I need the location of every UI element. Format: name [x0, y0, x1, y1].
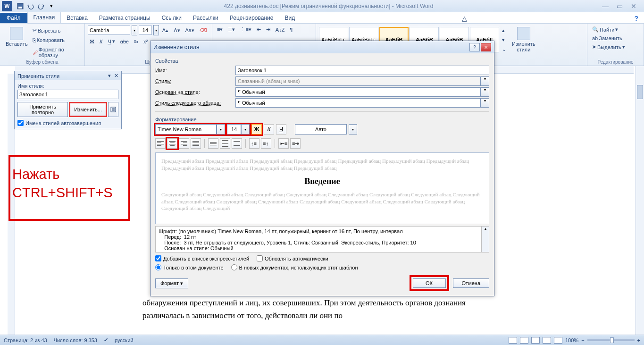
- based-combo[interactable]: [235, 87, 481, 97]
- styles-expand[interactable]: ⌄: [500, 45, 508, 54]
- qat-dropdown-icon[interactable]: ▾: [47, 2, 56, 10]
- view-print-layout[interactable]: [509, 337, 517, 344]
- font-size-combo[interactable]: [139, 25, 152, 35]
- increase-indent-icon[interactable]: ⇥: [264, 25, 272, 34]
- underline-button[interactable]: Ч▾: [106, 37, 117, 46]
- maximize-button[interactable]: ▭: [616, 2, 623, 10]
- align-center-button[interactable]: [167, 138, 177, 149]
- status-words[interactable]: Число слов: 9 353: [54, 337, 97, 343]
- clear-formatting-icon[interactable]: ⌫: [198, 26, 209, 35]
- scrollbar-thumb[interactable]: [637, 85, 643, 99]
- new-docs-radio[interactable]: [231, 264, 237, 270]
- numbering-icon[interactable]: ≣▾: [226, 25, 237, 34]
- spacing-2-button[interactable]: [232, 138, 242, 149]
- zoom-percent[interactable]: 100%: [565, 337, 578, 343]
- styles-pane-button[interactable]: [108, 102, 118, 117]
- strike-button[interactable]: abc: [118, 37, 131, 46]
- modify-button[interactable]: Изменить...: [69, 102, 107, 117]
- zoom-slider[interactable]: [587, 339, 635, 341]
- reapply-button[interactable]: Применить повторно: [17, 102, 68, 117]
- redo-icon[interactable]: [37, 2, 45, 10]
- vertical-scrollbar[interactable]: [636, 66, 644, 335]
- only-doc-radio[interactable]: [155, 264, 161, 270]
- next-combo[interactable]: [235, 98, 481, 108]
- indent-dec-button[interactable]: ⇤≡: [278, 138, 289, 149]
- bullets-icon[interactable]: ≡▾: [215, 25, 225, 34]
- subscript-button[interactable]: x₂: [132, 37, 141, 46]
- select-button[interactable]: ➤Выделить ▾: [590, 42, 641, 51]
- view-web[interactable]: [531, 337, 540, 344]
- tab-mailings[interactable]: Рассылки: [187, 13, 224, 23]
- italic-button[interactable]: К: [98, 37, 104, 46]
- dlg-bold-button[interactable]: Ж: [251, 124, 262, 135]
- desc-scrollbar[interactable]: ▴: [481, 227, 489, 252]
- show-marks-icon[interactable]: ¶: [288, 25, 294, 34]
- spacing-1-button[interactable]: [208, 138, 218, 149]
- align-left-button[interactable]: [155, 138, 166, 149]
- superscript-button[interactable]: x²: [142, 37, 150, 46]
- bold-button[interactable]: Ж: [88, 37, 96, 46]
- dlg-italic-button[interactable]: К: [264, 124, 274, 135]
- decrease-indent-icon[interactable]: ⇤: [255, 25, 263, 34]
- dialog-close-button[interactable]: ✕: [481, 43, 491, 51]
- dialog-help-button[interactable]: ?: [469, 43, 480, 51]
- name-input[interactable]: [235, 66, 489, 75]
- cancel-button[interactable]: Отмена: [453, 278, 489, 288]
- spacing-15-button[interactable]: [220, 138, 230, 149]
- grow-font-icon[interactable]: A▴: [160, 26, 170, 35]
- font-size-dropdown[interactable]: ▾: [153, 25, 159, 35]
- view-outline[interactable]: [543, 337, 551, 344]
- space-before-dec-button[interactable]: ≡↕: [261, 138, 271, 149]
- tab-file[interactable]: Файл: [0, 13, 27, 23]
- change-case-icon[interactable]: Aa▾: [184, 26, 196, 35]
- autocomplete-checkbox[interactable]: [17, 120, 24, 126]
- status-language[interactable]: русский: [115, 337, 133, 343]
- dlg-font-dropdown[interactable]: ▾: [217, 124, 225, 135]
- save-icon[interactable]: [16, 2, 25, 10]
- dlg-size-combo[interactable]: [227, 124, 241, 135]
- replace-button[interactable]: abЗаменить: [590, 34, 641, 42]
- minimize-button[interactable]: —: [602, 2, 609, 10]
- font-name-combo[interactable]: [88, 25, 130, 35]
- view-draft[interactable]: [554, 337, 562, 344]
- font-name-dropdown[interactable]: ▾: [132, 25, 137, 35]
- apply-styles-header[interactable]: Применить стили ▾ ✕: [15, 71, 121, 80]
- next-dropdown[interactable]: ▾: [481, 98, 489, 108]
- dlg-color-combo[interactable]: Авто: [295, 124, 347, 135]
- sort-icon[interactable]: A↓Z: [274, 25, 287, 34]
- dlg-size-dropdown[interactable]: ▾: [241, 124, 250, 135]
- document-text[interactable]: обнаружения преступлений и лиц, их совер…: [142, 296, 486, 328]
- view-fullscreen[interactable]: [520, 337, 528, 344]
- dlg-color-dropdown[interactable]: ▾: [349, 124, 357, 135]
- change-styles-button[interactable]: Изменить стили: [509, 25, 538, 54]
- close-button[interactable]: ✕: [630, 2, 637, 10]
- tab-layout[interactable]: Разметка страницы: [93, 13, 156, 23]
- style-name-combo[interactable]: [17, 90, 118, 99]
- pane-close-icon[interactable]: ✕: [114, 73, 118, 79]
- align-right-button[interactable]: [179, 138, 189, 149]
- align-justify-button[interactable]: [191, 138, 201, 149]
- shrink-font-icon[interactable]: A▾: [172, 26, 182, 35]
- zoom-thumb[interactable]: [610, 337, 614, 343]
- find-button[interactable]: 🔍Найти ▾: [590, 25, 641, 34]
- tab-home[interactable]: Главная: [27, 12, 61, 23]
- space-before-inc-button[interactable]: ↕≡: [249, 138, 259, 149]
- dialog-titlebar[interactable]: Изменение стиля ? ✕: [151, 41, 494, 53]
- cut-button[interactable]: ✂Вырезать: [31, 26, 82, 35]
- tab-insert[interactable]: Вставка: [61, 13, 93, 23]
- undo-icon[interactable]: [26, 2, 35, 10]
- format-painter-button[interactable]: 🖌Формат по образцу: [31, 45, 82, 59]
- format-dropdown-button[interactable]: Формат ▾: [155, 278, 188, 288]
- multilevel-icon[interactable]: ⋮≡▾: [238, 25, 253, 34]
- status-page[interactable]: Страница: 2 из 43: [4, 337, 47, 343]
- help-icon[interactable]: ?: [632, 14, 640, 23]
- ribbon-minimize-icon[interactable]: △: [460, 14, 469, 23]
- styles-scroll-up[interactable]: ▴: [500, 26, 508, 35]
- ok-button[interactable]: ОК: [413, 278, 446, 288]
- copy-button[interactable]: ⎘Копировать: [31, 36, 82, 44]
- based-dropdown[interactable]: ▾: [481, 87, 489, 97]
- tab-view[interactable]: Вид: [279, 13, 301, 23]
- dlg-font-combo[interactable]: [155, 124, 217, 135]
- tab-review[interactable]: Рецензирование: [224, 13, 279, 23]
- dlg-underline-button[interactable]: Ч: [276, 124, 286, 135]
